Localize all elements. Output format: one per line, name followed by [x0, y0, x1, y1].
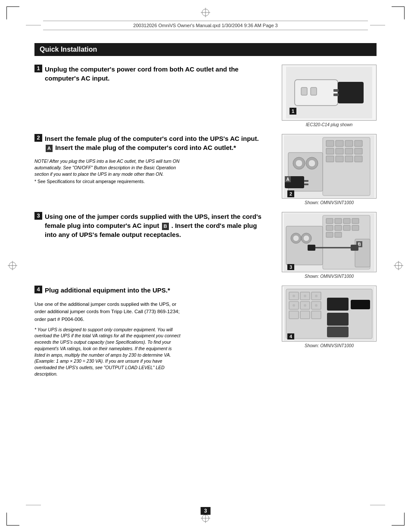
step-1-image-area: 1 IEC320-C14 plug shown [282, 65, 377, 127]
left-crosshair [8, 261, 17, 271]
svg-point-39 [308, 160, 315, 167]
top-rule-left [26, 25, 41, 25]
bottom-crosshair [201, 513, 210, 524]
svg-rect-31 [326, 156, 334, 162]
plug-illustration-4: 4 [284, 287, 374, 341]
svg-rect-50 [335, 218, 342, 224]
step-2-text: 2 Insert the female plug of the computer… [34, 134, 273, 184]
step-3-text: 3 Using one of the jumper cords supplied… [34, 212, 273, 243]
svg-rect-28 [336, 148, 343, 154]
step-2-footnote: * See Specifications for circuit amperag… [34, 179, 269, 184]
svg-rect-25 [345, 140, 353, 146]
step-2-heading-wrapper: Insert the female plug of the computer's… [45, 134, 269, 156]
svg-rect-90 [327, 313, 349, 326]
step-3-heading-row: 3 Using one of the jumper cords supplied… [34, 212, 269, 243]
corner-mark-tl [6, 6, 19, 19]
plug-illustration-1: 1 [286, 67, 372, 118]
badge-a: A [46, 145, 53, 152]
svg-text:1: 1 [292, 109, 294, 114]
svg-rect-34 [355, 156, 362, 162]
svg-rect-33 [345, 156, 353, 162]
step-4-body: Use one of the additional jumper cords s… [34, 301, 181, 323]
corner-mark-br [392, 513, 405, 526]
step-4-note: * Your UPS is designed to support only c… [34, 327, 181, 377]
svg-point-84 [304, 295, 306, 297]
page-title: Quick Installation [34, 43, 377, 56]
svg-rect-32 [336, 156, 343, 162]
svg-rect-16 [338, 82, 364, 103]
top-rule-right [370, 25, 385, 25]
step-3-image: B 3 [282, 212, 377, 272]
svg-rect-82 [311, 311, 321, 319]
step-1-caption: IEC320-C14 plug shown [282, 122, 377, 127]
plug-illustration-3: B 3 [284, 213, 374, 271]
step-2-note: NOTE! After you plug the UPS into a live… [34, 158, 181, 177]
bottom-rule-left [26, 505, 41, 505]
svg-rect-24 [336, 140, 343, 146]
svg-rect-42 [304, 184, 308, 185]
step-2-heading-row: 2 Insert the female plug of the computer… [34, 134, 269, 156]
svg-point-64 [293, 235, 299, 241]
page-header: 200312026 OmniVS Owner's Manual.qxd 1/30… [43, 21, 368, 30]
step-1-heading: Unplug the computer's power cord from bo… [45, 65, 269, 83]
svg-rect-69 [351, 245, 358, 251]
svg-rect-68 [308, 245, 315, 251]
svg-rect-15 [311, 87, 317, 95]
step-2-caption: Shown: OMNIVSINT1000 [282, 200, 377, 205]
svg-rect-89 [327, 298, 349, 311]
step-3-row: 3 Using one of the jumper cords supplied… [34, 212, 377, 279]
svg-rect-18 [333, 93, 339, 96]
svg-point-85 [315, 295, 318, 297]
svg-rect-14 [301, 87, 307, 95]
step-2-heading: Insert the female plug of the computer's… [45, 134, 269, 152]
step-4-image: 4 [282, 286, 377, 342]
svg-rect-91 [327, 327, 349, 337]
svg-point-88 [315, 304, 318, 307]
bottom-rule-right [370, 505, 385, 505]
step-4-badge: 4 [34, 286, 42, 293]
corner-mark-tr [392, 6, 405, 19]
step-1-badge: 1 [34, 65, 42, 72]
badge-b: B [162, 223, 169, 230]
svg-text:3: 3 [290, 264, 292, 270]
svg-rect-41 [304, 180, 308, 182]
header-text: 200312026 OmniVS Owner's Manual.qxd 1/30… [133, 23, 277, 28]
svg-point-86 [293, 304, 295, 307]
svg-text:4: 4 [290, 334, 293, 339]
step-2-image: A 2 [282, 134, 377, 199]
step-1-row: 1 Unplug the computer's power cord from … [34, 65, 377, 127]
step-2-badge: 2 [34, 134, 42, 142]
svg-point-37 [296, 160, 302, 167]
svg-point-87 [304, 304, 306, 307]
svg-rect-62 [286, 226, 323, 265]
svg-rect-51 [343, 218, 350, 224]
step-4-caption: Shown: OMNIVSINT1000 [282, 343, 377, 348]
svg-point-66 [303, 235, 309, 241]
svg-rect-26 [355, 140, 362, 146]
step-1-image: 1 [282, 65, 377, 121]
step-4-heading: Plug additional equipment into the UPS.* [45, 286, 170, 295]
step-3-badge: 3 [34, 212, 42, 220]
svg-rect-17 [333, 89, 339, 92]
svg-rect-57 [326, 232, 333, 237]
corner-mark-bl [6, 513, 19, 526]
svg-point-83 [293, 295, 295, 297]
svg-rect-54 [335, 225, 342, 230]
svg-rect-56 [352, 225, 359, 230]
right-crosshair [394, 261, 403, 271]
svg-rect-55 [343, 225, 350, 230]
top-crosshair [201, 8, 210, 19]
step-1-heading-row: 1 Unplug the computer's power cord from … [34, 65, 269, 86]
svg-rect-80 [289, 311, 299, 319]
svg-text:2: 2 [290, 191, 292, 196]
step-4-text: 4 Plug additional equipment into the UPS… [34, 286, 273, 377]
svg-rect-58 [335, 232, 342, 237]
step-4-row: 4 Plug additional equipment into the UPS… [34, 286, 377, 377]
plug-illustration-2: A 2 [284, 135, 374, 198]
svg-rect-92 [351, 300, 370, 309]
step-3-image-area: B 3 [282, 212, 377, 279]
step-3-heading-wrapper: Using one of the jumper cords supplied w… [45, 212, 269, 243]
svg-rect-23 [326, 140, 334, 146]
step-2-image-area: A 2 Shown: OMNIVSINT1000 [282, 134, 377, 205]
step-1-text: 1 Unplug the computer's power cord from … [34, 65, 273, 86]
